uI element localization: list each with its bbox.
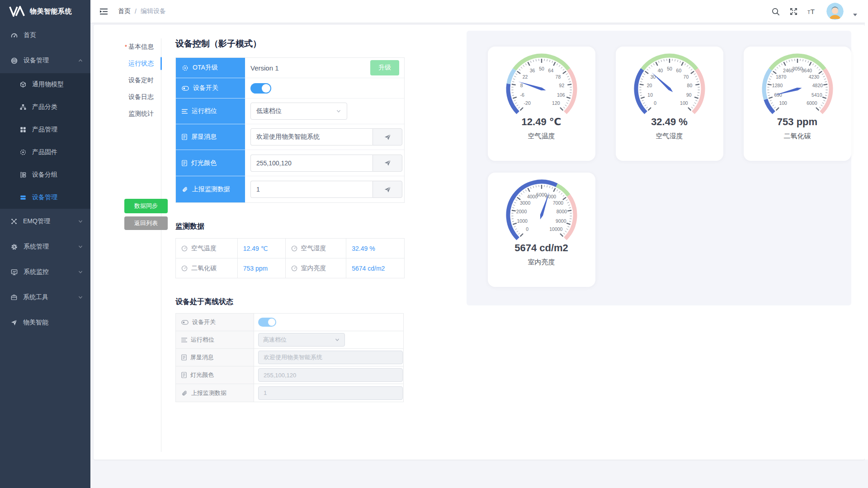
svg-text:7000: 7000	[552, 200, 563, 206]
svg-text:50: 50	[667, 66, 672, 71]
svg-text:3000: 3000	[519, 200, 530, 206]
screen-message-input[interactable]	[250, 128, 373, 145]
tab-monitor-stats[interactable]: 监测统计	[102, 105, 161, 122]
offline-row-run-gear: 运行档位 高速档位	[176, 331, 403, 349]
svg-text:2000: 2000	[516, 209, 527, 214]
tab-run-status[interactable]: 运行状态	[102, 55, 161, 72]
fullscreen-icon[interactable]	[789, 7, 798, 16]
chevron-up-icon	[78, 58, 83, 63]
sidebar-item-system-tools[interactable]: 系统工具	[0, 285, 90, 310]
sidebar-toggle-icon[interactable]	[99, 8, 108, 15]
sidebar-item-product-management[interactable]: 产品管理	[0, 118, 90, 141]
svg-text:4820: 4820	[812, 83, 823, 88]
clip-icon	[181, 390, 188, 396]
svg-text:6000: 6000	[807, 100, 817, 106]
switch-icon	[181, 320, 189, 325]
clip-icon	[182, 186, 188, 192]
run-gear-select-disabled: 高速档位	[258, 333, 345, 347]
gauge-chart: -20-68223650647892106120	[488, 47, 595, 118]
send-button[interactable]	[373, 181, 402, 198]
send-button[interactable]	[373, 128, 402, 145]
monitor-table: 空气温度 12.49 ℃空气湿度 32.49 %二氧化碳 753 ppm室内亮度…	[175, 238, 405, 278]
gear-icon	[11, 244, 18, 250]
gauge-mini-icon	[181, 265, 188, 272]
chevron-down-icon	[78, 295, 83, 300]
device-control-section: 设备控制（影子模式） OTA升级 Version 1 升级 设备开关 运行档位 …	[175, 25, 406, 402]
svg-text:40: 40	[657, 68, 663, 73]
monitor-title: 监测数据	[175, 222, 406, 231]
back-to-list-button[interactable]: 返回列表	[124, 216, 168, 230]
report-monitor-data-input[interactable]	[250, 181, 373, 198]
sidebar-item-device-management[interactable]: 设备管理	[0, 48, 90, 73]
svg-text:10000: 10000	[549, 226, 562, 232]
tab-basic-info[interactable]: *基本信息	[102, 38, 161, 55]
svg-text:1000: 1000	[517, 218, 528, 224]
sidebar-item-general-model[interactable]: 通用物模型	[0, 73, 90, 96]
device-switch-toggle[interactable]	[250, 83, 271, 94]
sidebar-item-label: 设备分组	[32, 171, 57, 179]
light-color-input[interactable]	[250, 155, 373, 172]
svg-text:22: 22	[522, 74, 528, 80]
content-card: *基本信息运行状态设备定时设备日志监测统计 数据同步 返回列表 设备控制（影子模…	[94, 25, 865, 460]
paper-plane-icon	[384, 186, 392, 193]
avatar[interactable]	[826, 3, 844, 20]
control-value: 低速档位	[245, 99, 404, 124]
sidebar-item-product-category[interactable]: 产品分类	[0, 96, 90, 118]
tab-device-timing[interactable]: 设备定时	[102, 72, 161, 89]
light-color-input-disabled	[258, 368, 403, 382]
gauge-value: 5674 cd/m2	[488, 242, 595, 254]
run-gear-select[interactable]: 低速档位	[250, 103, 347, 120]
sidebar-item-emq-management[interactable]: EMQ管理	[0, 209, 90, 234]
sidebar: 物美智能系统 首页 设备管理 通用物模型 产品分类 产品管理 产品固件 设备分组…	[0, 0, 90, 488]
upgrade-button[interactable]: 升级	[370, 60, 399, 75]
sidebar-item-home[interactable]: 首页	[0, 23, 90, 48]
caret-down-icon[interactable]	[853, 14, 857, 16]
gauge-card-1: 0102030405060708090100 32.49 % 空气湿度	[616, 47, 723, 161]
sidebar-item-label: 系统管理	[24, 243, 49, 251]
gauge-mini-icon	[291, 245, 297, 252]
sidebar-item-wumei-smart[interactable]: 物美智能	[0, 310, 90, 335]
sidebar-item-system-management[interactable]: 系统管理	[0, 234, 90, 259]
topbar-actions: T T	[771, 3, 857, 20]
gauge-chart: 0100020003000400050006000700080009000100…	[488, 173, 595, 244]
sidebar-item-product-firmware[interactable]: 产品固件	[0, 141, 90, 164]
topbar: 首页 / 编辑设备 T T	[90, 0, 868, 23]
ota-version: Version 1	[250, 64, 279, 72]
monitor-value: 32.49 %	[346, 239, 405, 258]
svg-text:20: 20	[646, 83, 652, 88]
svg-text:100: 100	[680, 100, 688, 106]
breadcrumb-home[interactable]: 首页	[118, 7, 131, 15]
offline-label: 灯光颜色	[176, 366, 254, 384]
control-label: 设备开关	[176, 78, 245, 99]
sidebar-menu: 首页 设备管理 通用物模型 产品分类 产品管理 产品固件 设备分组 设备管理 E…	[0, 23, 90, 335]
svg-text:92: 92	[559, 83, 564, 88]
svg-text:1280: 1280	[772, 83, 783, 88]
svg-text:5410: 5410	[811, 92, 822, 98]
sidebar-item-device-list[interactable]: 设备管理	[0, 186, 90, 209]
control-row-light-color: 灯光颜色	[176, 150, 404, 176]
device-switch-toggle-disabled	[258, 318, 276, 327]
logo[interactable]: 物美智能系统	[0, 0, 90, 23]
toolbox-icon	[11, 294, 17, 300]
sidebar-item-device-group[interactable]: 设备分组	[0, 164, 90, 186]
control-value	[245, 150, 404, 176]
svg-text:10: 10	[647, 92, 653, 98]
svg-text:100: 100	[779, 100, 787, 106]
sidebar-item-system-monitor[interactable]: 系统监控	[0, 259, 90, 285]
gauge-value: 32.49 %	[616, 116, 723, 128]
data-sync-button[interactable]: 数据同步	[124, 199, 168, 213]
send-button[interactable]	[373, 155, 402, 172]
monitor-value: 753 ppm	[237, 258, 285, 278]
control-label: 灯光颜色	[176, 150, 245, 176]
search-icon[interactable]	[771, 7, 780, 16]
svg-text:70: 70	[683, 74, 689, 80]
gauge-value: 753 ppm	[744, 116, 851, 128]
sidebar-submenu: 通用物模型 产品分类 产品管理 产品固件 设备分组 设备管理	[0, 73, 90, 209]
svg-text:8: 8	[520, 83, 523, 88]
font-size-icon[interactable]: T T	[807, 8, 817, 15]
devices-icon	[11, 57, 18, 64]
gauge-card-0: -20-68223650647892106120 12.49 ℃ 空气温度	[488, 47, 595, 161]
scrollbar-track[interactable]	[865, 0, 868, 460]
tab-device-log[interactable]: 设备日志	[102, 89, 161, 105]
monitor-value: 12.49 ℃	[237, 239, 285, 258]
